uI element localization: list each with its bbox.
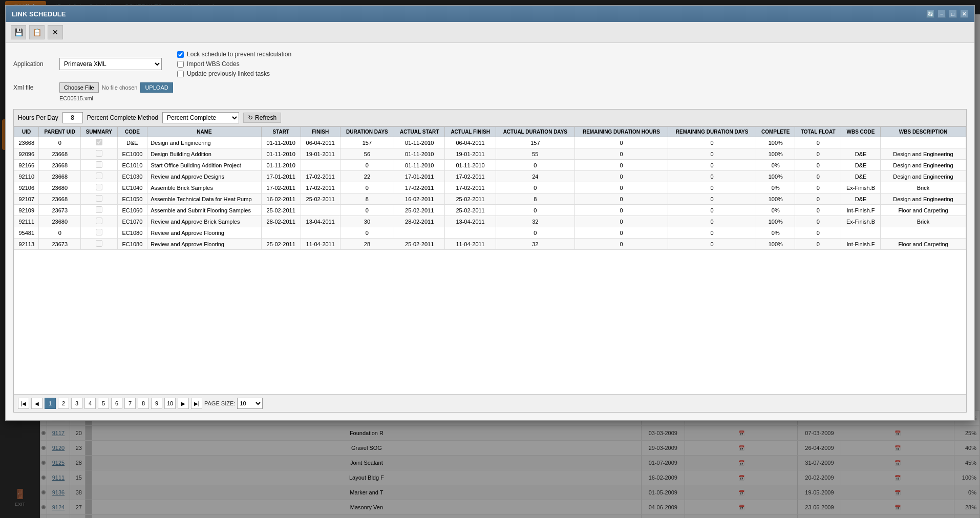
cell-finish: 17-02-2011 — [301, 171, 340, 182]
cell-summary[interactable] — [81, 160, 118, 171]
cell-remaining-days: 0 — [668, 148, 756, 160]
cell-complete: 100% — [756, 239, 795, 250]
modal-maximize-btn[interactable]: □ — [949, 10, 957, 18]
table-row: 23668 0 D&E Design and Engineering 01-11… — [14, 137, 966, 148]
page-7-button[interactable]: 7 — [124, 398, 136, 409]
cell-remaining-days: 0 — [668, 137, 756, 148]
no-file-label: No file chosen — [102, 84, 138, 91]
modal-minimize-btn[interactable]: – — [938, 10, 946, 18]
cell-complete: 0% — [756, 160, 795, 171]
close-button[interactable]: ✕ — [48, 25, 63, 39]
table-toolbar: Hours Per Day Percent Complete Method Pe… — [14, 110, 966, 126]
hours-per-day-input[interactable] — [62, 112, 83, 123]
table-row: 92109 23673 EC1060 Assemble and Submit F… — [14, 205, 966, 216]
page-next-button[interactable]: ▶ — [178, 398, 189, 409]
cell-summary[interactable] — [81, 216, 118, 227]
cell-complete: 100% — [756, 193, 795, 205]
cell-actual-duration-days: 8 — [496, 193, 574, 205]
page-3-button[interactable]: 3 — [71, 398, 82, 409]
page-8-button[interactable]: 8 — [138, 398, 149, 409]
options-checkboxes: Lock schedule to prevent recalculation I… — [177, 51, 291, 77]
choose-file-button[interactable]: Choose File — [59, 82, 99, 93]
cell-wbs-description: Brick — [881, 182, 966, 193]
page-size-select[interactable]: 10 25 50 — [237, 398, 263, 409]
cell-remaining-days: 0 — [668, 193, 756, 205]
cell-duration-days: 0 — [340, 160, 394, 171]
cell-uid: 92111 — [14, 216, 39, 227]
cell-duration-days: 56 — [340, 148, 394, 160]
cell-finish — [301, 205, 340, 216]
save-button[interactable]: 💾 — [11, 25, 26, 39]
cell-summary[interactable] — [81, 239, 118, 250]
page-prev-button[interactable]: ◀ — [31, 398, 42, 409]
cell-name: Assemble Technical Data for Heat Pump — [147, 193, 261, 205]
table-row: 92166 23668 EC1010 Start Office Building… — [14, 160, 966, 171]
schedule-data-table[interactable]: UID PARENT UID SUMMARY CODE NAME START F… — [14, 126, 966, 394]
cell-remaining-hours: 0 — [574, 239, 668, 250]
percent-complete-method-select[interactable]: Percent Complete — [162, 112, 239, 123]
update-tasks-checkbox-label[interactable]: Update previously linked tasks — [177, 70, 291, 77]
cell-wbs-description: Brick — [881, 216, 966, 227]
cell-finish: 25-02-2011 — [301, 193, 340, 205]
modal-title: LINK SCHEDULE — [12, 10, 66, 18]
cell-total-float: 0 — [795, 193, 841, 205]
col-wbs-description: WBS DESCRIPTION — [881, 127, 966, 137]
page-4-button[interactable]: 4 — [84, 398, 96, 409]
refresh-button[interactable]: ↻ Refresh — [243, 113, 281, 123]
col-code: CODE — [117, 127, 147, 137]
page-1-button[interactable]: 1 — [45, 398, 56, 409]
page-first-button[interactable]: |◀ — [18, 398, 29, 409]
cell-parent-uid: 23668 — [39, 171, 81, 182]
page-9-button[interactable]: 9 — [151, 398, 162, 409]
cell-summary[interactable] — [81, 193, 118, 205]
cell-parent-uid: 23680 — [39, 216, 81, 227]
cell-wbs-description: Floor and Carpeting — [881, 205, 966, 216]
modal-toolbar: 💾 📋 ✕ — [6, 22, 974, 43]
cell-actual-start: 17-02-2011 — [394, 182, 445, 193]
cell-total-float: 0 — [795, 171, 841, 182]
cell-actual-start: 16-02-2011 — [394, 193, 445, 205]
percent-method-label: Percent Complete Method — [87, 114, 158, 121]
cell-summary[interactable] — [81, 227, 118, 239]
cell-code: EC1000 — [117, 148, 147, 160]
lock-schedule-checkbox-label[interactable]: Lock schedule to prevent recalculation — [177, 51, 291, 58]
cell-code: EC1080 — [117, 227, 147, 239]
cell-summary[interactable] — [81, 182, 118, 193]
pagination: |◀ ◀ 1 2 3 4 5 6 7 8 9 10 ▶ ▶| PAGE SIZE… — [14, 394, 966, 412]
page-6-button[interactable]: 6 — [111, 398, 122, 409]
table-row: 92096 23668 EC1000 Design Building Addit… — [14, 148, 966, 160]
page-2-button[interactable]: 2 — [58, 398, 69, 409]
cell-summary[interactable] — [81, 205, 118, 216]
upload-button[interactable]: UPLOAD — [140, 82, 173, 93]
cell-finish: 19-01-2011 — [301, 148, 340, 160]
update-tasks-checkbox[interactable] — [177, 71, 184, 77]
application-select[interactable]: Primavera XML — [59, 58, 162, 70]
refresh-icon: ↻ — [248, 114, 253, 121]
cell-actual-finish — [445, 227, 496, 239]
copy-button[interactable]: 📋 — [29, 25, 45, 39]
cell-complete: 100% — [756, 171, 795, 182]
cell-duration-days: 30 — [340, 216, 394, 227]
page-last-button[interactable]: ▶| — [191, 398, 202, 409]
page-10-button[interactable]: 10 — [164, 398, 176, 409]
col-remaining-days: REMAINING DURATION DAYS — [668, 127, 756, 137]
import-wbs-checkbox[interactable] — [177, 61, 184, 68]
cell-finish — [301, 227, 340, 239]
cell-summary[interactable] — [81, 171, 118, 182]
cell-duration-days: 8 — [340, 193, 394, 205]
lock-schedule-checkbox[interactable] — [177, 51, 184, 58]
cell-wbs-description: Design and Engineering — [881, 171, 966, 182]
cell-complete: 100% — [756, 216, 795, 227]
cell-finish: 17-02-2011 — [301, 182, 340, 193]
import-wbs-checkbox-label[interactable]: Import WBS Codes — [177, 60, 291, 68]
cell-summary[interactable] — [81, 137, 118, 148]
table-header-row: UID PARENT UID SUMMARY CODE NAME START F… — [14, 127, 966, 137]
modal-refresh-btn[interactable]: 🔄 — [926, 10, 934, 18]
cell-wbs-description: Design and Engineering — [881, 193, 966, 205]
page-5-button[interactable]: 5 — [98, 398, 109, 409]
modal-close-btn[interactable]: ✕ — [960, 10, 968, 18]
cell-parent-uid: 23680 — [39, 182, 81, 193]
cell-wbs-code — [841, 227, 881, 239]
cell-summary[interactable] — [81, 148, 118, 160]
cell-uid: 92107 — [14, 193, 39, 205]
